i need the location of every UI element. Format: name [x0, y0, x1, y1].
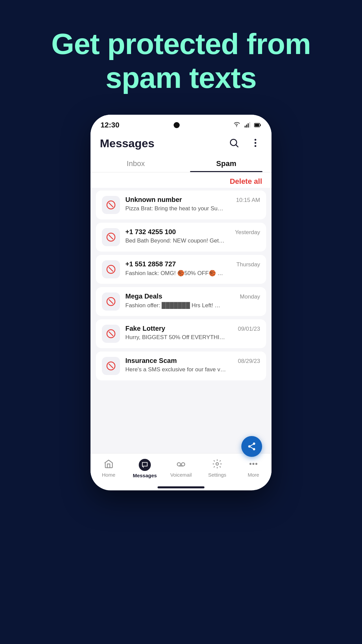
svg-point-28	[216, 463, 219, 466]
message-top: +1 551 2858 727 Thursday	[125, 260, 260, 268]
svg-point-0	[236, 126, 237, 127]
nav-settings[interactable]: Settings	[199, 458, 235, 480]
message-content: +1 732 4255 100 Yesterday Bed Bath Beyon…	[125, 228, 260, 244]
svg-point-10	[255, 139, 256, 141]
svg-rect-2	[246, 125, 247, 128]
message-content: +1 551 2858 727 Thursday Fashion lack: O…	[125, 260, 260, 277]
svg-rect-7	[255, 124, 259, 126]
header-actions	[227, 136, 262, 151]
message-top: Mega Deals Monday	[125, 292, 260, 300]
svg-rect-3	[248, 123, 249, 128]
status-time: 12:30	[101, 121, 119, 129]
list-item[interactable]: +1 551 2858 727 Thursday Fashion lack: O…	[96, 255, 266, 284]
more-icon	[248, 459, 258, 470]
avatar	[102, 325, 120, 343]
hero-title: Get protected from spam texts	[20, 27, 342, 95]
message-top: Unknown number 10:15 AM	[125, 196, 260, 204]
messages-icon	[139, 459, 151, 471]
svg-point-12	[255, 146, 256, 147]
avatar	[102, 292, 120, 311]
svg-line-24	[109, 364, 113, 368]
hero-section: Get protected from spam texts	[0, 27, 362, 95]
block-icon	[106, 200, 116, 210]
signal-icon	[244, 121, 251, 129]
search-button[interactable]	[227, 136, 241, 151]
list-item[interactable]: Mega Deals Monday Fashion offer: ███████…	[96, 287, 266, 316]
app-header: Messages	[90, 133, 272, 154]
svg-line-20	[109, 300, 113, 304]
nav-home[interactable]: Home	[90, 458, 127, 480]
nav-messages[interactable]: Messages	[127, 458, 163, 480]
battery-icon	[254, 121, 261, 129]
message-content: Mega Deals Monday Fashion offer: ███████…	[125, 292, 260, 309]
list-item[interactable]: Unknown number 10:15 AM Pizza Brat: Brin…	[96, 191, 266, 219]
message-top: +1 732 4255 100 Yesterday	[125, 228, 260, 236]
tab-spam[interactable]: Spam	[181, 154, 272, 172]
avatar	[102, 357, 120, 375]
home-icon	[104, 459, 114, 470]
app-title: Messages	[100, 137, 155, 150]
svg-line-14	[109, 203, 113, 207]
svg-point-11	[255, 142, 256, 144]
svg-line-16	[109, 235, 113, 239]
block-icon	[106, 232, 116, 242]
svg-point-26	[181, 463, 185, 466]
message-content: Unknown number 10:15 AM Pizza Brat: Brin…	[125, 196, 260, 212]
message-content: Fake Lottery 09/01/23 Hurry, BIGGEST 50%…	[125, 325, 260, 341]
block-icon	[106, 297, 116, 307]
status-bar: 12:30	[90, 115, 272, 133]
settings-icon	[212, 459, 222, 470]
tab-inbox[interactable]: Inbox	[90, 154, 181, 172]
share-fab-button[interactable]	[241, 436, 262, 457]
nav-more[interactable]: More	[235, 458, 272, 480]
avatar	[102, 196, 120, 214]
svg-point-29	[250, 464, 251, 465]
nav-voicemail[interactable]: Voicemail	[163, 458, 199, 480]
list-item[interactable]: Fake Lottery 09/01/23 Hurry, BIGGEST 50%…	[96, 319, 266, 348]
svg-point-30	[253, 464, 254, 465]
delete-all-button[interactable]: Delete all	[230, 177, 262, 186]
share-icon	[247, 442, 256, 451]
svg-rect-6	[260, 124, 261, 126]
front-camera	[174, 122, 180, 128]
message-top: Fake Lottery 09/01/23	[125, 325, 260, 332]
tabs: Inbox Spam	[90, 154, 272, 172]
status-icons	[234, 121, 261, 129]
list-item[interactable]: +1 732 4255 100 Yesterday Bed Bath Beyon…	[96, 223, 266, 252]
wifi-icon	[234, 121, 241, 129]
svg-line-9	[236, 145, 238, 147]
block-icon	[106, 361, 116, 371]
bottom-nav: Home Messages Voicema	[90, 453, 272, 486]
list-item[interactable]: Insurance Scam 08/29/23 Here's a SMS exc…	[96, 352, 266, 380]
phone-frame: 12:30 Mes	[90, 115, 272, 490]
svg-line-22	[109, 332, 113, 336]
message-content: Insurance Scam 08/29/23 Here's a SMS exc…	[125, 357, 260, 373]
svg-point-25	[177, 463, 181, 466]
avatar	[102, 228, 120, 246]
voicemail-icon	[176, 459, 186, 470]
svg-line-18	[109, 268, 113, 271]
delete-all-row: Delete all	[90, 172, 272, 188]
svg-rect-4	[249, 122, 250, 128]
message-top: Insurance Scam 08/29/23	[125, 357, 260, 365]
svg-rect-1	[245, 126, 246, 128]
block-icon	[106, 329, 116, 339]
avatar	[102, 260, 120, 278]
home-indicator	[158, 486, 204, 488]
messages-list: Unknown number 10:15 AM Pizza Brat: Brin…	[90, 188, 272, 453]
more-options-button[interactable]	[249, 136, 262, 151]
svg-point-31	[256, 464, 257, 465]
block-icon	[106, 264, 116, 274]
more-vertical-icon	[250, 138, 261, 148]
search-icon	[229, 138, 239, 148]
